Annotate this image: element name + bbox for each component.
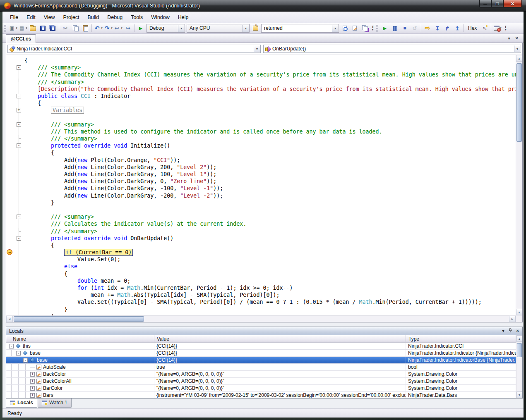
- menu-item-debug[interactable]: Debug: [103, 12, 127, 22]
- toolbar-overflow-button[interactable]: ▸▸▾: [370, 24, 375, 33]
- code-line[interactable]: {: [6, 57, 516, 64]
- indicator-margin[interactable]: [6, 157, 14, 164]
- fold-margin[interactable]: [14, 206, 24, 213]
- horizontal-scrollbar[interactable]: ◄ ►: [6, 315, 516, 322]
- copy-button[interactable]: [71, 24, 80, 33]
- code-line[interactable]: else: [6, 263, 516, 270]
- fold-margin[interactable]: [14, 86, 24, 93]
- indicator-margin[interactable]: [6, 206, 14, 213]
- fold-margin[interactable]: -: [14, 121, 24, 128]
- scroll-down-arrow[interactable]: ▼: [516, 309, 522, 315]
- locals-row[interactable]: +Bars{instrument='YM 03-09' from='2009-0…: [6, 392, 516, 398]
- save-all-button[interactable]: [48, 24, 57, 33]
- locals-scroll-up-arrow[interactable]: ▲: [516, 335, 522, 342]
- cut-button[interactable]: [61, 24, 70, 33]
- locals-panel-title-bar[interactable]: Locals ▾ ✕: [6, 327, 522, 335]
- code-line[interactable]: Value.Set(0);: [6, 256, 516, 263]
- code-line[interactable]: mean += Math.Abs(Typical[idx] - SMA(Typi…: [6, 291, 516, 298]
- fold-margin[interactable]: [14, 242, 24, 249]
- find-in-files-button[interactable]: [360, 24, 369, 33]
- minimize-button[interactable]: [479, 0, 491, 7]
- open-folder-button[interactable]: [28, 24, 37, 33]
- close-icon[interactable]: ✕: [516, 329, 519, 333]
- collapse-icon[interactable]: -: [16, 351, 21, 356]
- window-position-icon[interactable]: ▾: [502, 329, 504, 333]
- active-files-dropdown-button[interactable]: ▾: [508, 36, 510, 41]
- code-line[interactable]: - /// <summary>: [6, 121, 516, 128]
- code-line[interactable]: }: [6, 199, 516, 206]
- code-line[interactable]: - /// <summary>: [6, 213, 516, 220]
- code-line[interactable]: {: [6, 149, 516, 156]
- solution-configuration-combo[interactable]: Debug▾: [147, 24, 185, 33]
- expand-icon[interactable]: +: [30, 372, 35, 377]
- scroll-right-arrow[interactable]: ►: [509, 316, 516, 322]
- code-line[interactable]: + Variables: [6, 107, 516, 114]
- indicator-margin[interactable]: [6, 114, 14, 121]
- code-line[interactable]: Add(new Line(Color.DarkGray, -100, "Leve…: [6, 185, 516, 192]
- fold-margin[interactable]: [14, 185, 24, 192]
- fold-margin[interactable]: [14, 270, 24, 277]
- locals-scroll-thumb[interactable]: [517, 343, 522, 357]
- indicator-margin[interactable]: →: [6, 249, 14, 256]
- fold-margin[interactable]: -: [14, 142, 24, 149]
- breakpoints-window-button[interactable]: ▾: [493, 24, 502, 33]
- indicator-margin[interactable]: [6, 242, 14, 249]
- code-line[interactable]: - protected override void Initialize(): [6, 142, 516, 149]
- code-line[interactable]: for (int idx = Math.Min(CurrentBar, Peri…: [6, 284, 516, 291]
- code-line[interactable]: [6, 114, 516, 121]
- locals-row[interactable]: -base{CCI(14)}NinjaTrader.Indicator.Indi…: [6, 357, 516, 364]
- solution-platform-combo[interactable]: Any CPU▾: [187, 24, 250, 33]
- indicator-margin[interactable]: [6, 220, 14, 227]
- locals-scroll-down-arrow[interactable]: ▼: [516, 391, 522, 398]
- fold-margin[interactable]: [14, 228, 24, 235]
- chevron-down-icon[interactable]: ▾: [254, 45, 260, 52]
- menu-item-edit[interactable]: Edit: [22, 12, 40, 22]
- code-line[interactable]: /// Calculates the indicator value(s) at…: [6, 220, 516, 227]
- locals-row[interactable]: +BackColor"{Name=0, ARGB=(0, 0, 0, 0)}"S…: [6, 371, 516, 378]
- indicator-margin[interactable]: [6, 291, 14, 298]
- fold-margin[interactable]: [14, 135, 24, 142]
- indicator-margin[interactable]: [6, 71, 14, 78]
- indicator-margin[interactable]: [6, 178, 14, 185]
- quick-find-button[interactable]: [251, 24, 260, 33]
- code-line[interactable]: - /// <summary>: [6, 64, 516, 71]
- fold-margin[interactable]: [14, 71, 24, 78]
- tool-window-tab-watch-1[interactable]: Watch 1: [38, 399, 72, 408]
- collapse-icon[interactable]: -: [17, 65, 21, 70]
- indicator-margin[interactable]: [6, 171, 14, 178]
- members-dropdown[interactable]: OnBarUpdate() ▾: [263, 45, 521, 53]
- panel-splitter[interactable]: [2, 322, 524, 327]
- fold-margin[interactable]: -: [14, 64, 24, 71]
- indicator-margin[interactable]: [6, 256, 14, 263]
- code-area[interactable]: {- /// <summary> /// The Commodity Chann…: [6, 55, 516, 315]
- types-dropdown[interactable]: NinjaTrader.Indicator.CCI ▾: [7, 45, 261, 53]
- step-into-button[interactable]: [433, 24, 442, 33]
- chevron-down-icon[interactable]: ▾: [178, 25, 184, 32]
- menu-item-view[interactable]: View: [40, 12, 59, 22]
- code-line[interactable]: {: [6, 242, 516, 249]
- expand-icon[interactable]: +: [17, 108, 21, 112]
- indicator-margin[interactable]: [6, 199, 14, 206]
- save-button[interactable]: [38, 24, 47, 33]
- fold-margin[interactable]: [14, 178, 24, 185]
- toolbar-drag-handle[interactable]: [376, 25, 378, 32]
- menu-item-tools[interactable]: Tools: [127, 12, 147, 22]
- fold-margin[interactable]: [14, 164, 24, 171]
- indicator-margin[interactable]: [6, 284, 14, 291]
- step-out-button[interactable]: [453, 24, 462, 33]
- indicator-margin[interactable]: [6, 64, 14, 71]
- menu-item-project[interactable]: Project: [59, 12, 84, 22]
- fold-margin[interactable]: [14, 157, 24, 164]
- indicator-margin[interactable]: [6, 185, 14, 192]
- code-line[interactable]: - protected override void OnBarUpdate(): [6, 235, 516, 242]
- code-line[interactable]: /// </summary>: [6, 228, 516, 235]
- show-next-statement-button[interactable]: [423, 24, 432, 33]
- fold-margin[interactable]: -: [14, 213, 24, 220]
- indicator-margin[interactable]: [6, 298, 14, 305]
- redo-button[interactable]: ▾: [103, 24, 113, 33]
- fold-margin[interactable]: [14, 256, 24, 263]
- fold-margin[interactable]: +: [14, 107, 24, 114]
- fold-margin[interactable]: [14, 128, 24, 135]
- menu-item-file[interactable]: File: [6, 12, 22, 22]
- toolbar-drag-handle[interactable]: [4, 25, 6, 32]
